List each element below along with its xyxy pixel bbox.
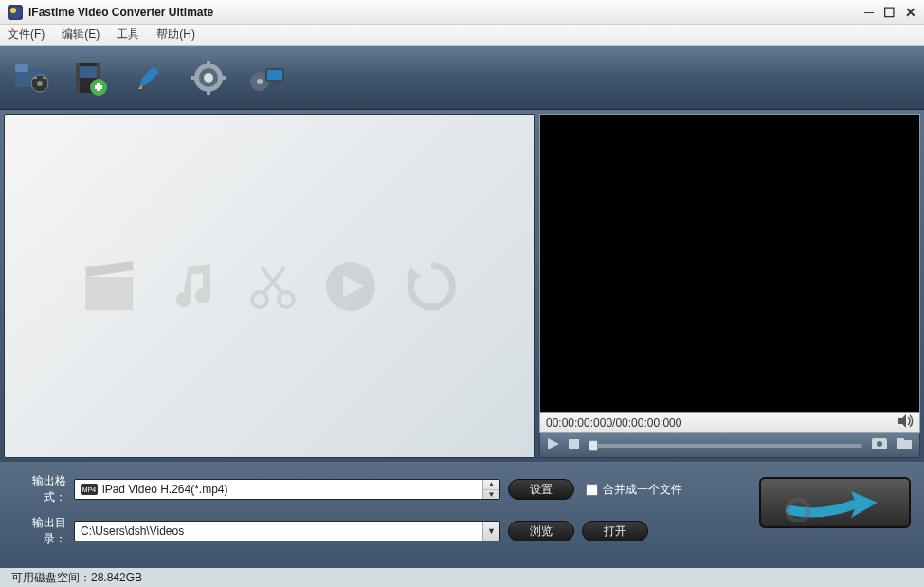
svg-marker-34 bbox=[898, 414, 906, 428]
svg-point-38 bbox=[877, 441, 882, 447]
format-spinner[interactable]: ▲▼ bbox=[482, 480, 499, 499]
svg-rect-36 bbox=[569, 439, 579, 449]
player-controls bbox=[539, 433, 920, 458]
settings-button[interactable] bbox=[188, 57, 229, 99]
menu-file[interactable]: 文件(F) bbox=[8, 27, 45, 43]
menu-tools[interactable]: 工具 bbox=[117, 27, 139, 43]
convert-arrow-icon bbox=[783, 484, 887, 522]
svg-point-17 bbox=[204, 73, 213, 83]
svg-rect-25 bbox=[267, 70, 282, 80]
open-folder-button[interactable] bbox=[897, 438, 912, 452]
convert-button[interactable] bbox=[759, 477, 911, 528]
snapshot-button[interactable] bbox=[872, 438, 887, 452]
dir-value: C:\Users\dsh\Videos bbox=[75, 522, 482, 541]
svg-rect-18 bbox=[207, 61, 210, 66]
format-value: MP4 iPad Video H.264(*.mp4) bbox=[75, 480, 482, 499]
time-display-bar: 00:00:00:000/00:00:00:000 bbox=[539, 413, 920, 433]
dir-label: 输出目录： bbox=[13, 515, 66, 547]
svg-rect-4 bbox=[33, 77, 37, 79]
preview-pane: 00:00:00:000/00:00:00:000 bbox=[539, 114, 920, 458]
svg-marker-33 bbox=[407, 267, 422, 281]
merge-checkbox[interactable]: 合并成一个文件 bbox=[586, 482, 682, 498]
watermark-icons bbox=[81, 253, 460, 320]
window-title: iFastime Video Converter Ultimate bbox=[28, 6, 864, 19]
video-preview[interactable] bbox=[539, 114, 920, 413]
svg-point-3 bbox=[37, 81, 43, 86]
refresh-icon bbox=[403, 258, 460, 315]
svg-marker-35 bbox=[548, 438, 559, 449]
scissors-icon bbox=[246, 260, 299, 312]
toolbar bbox=[0, 46, 924, 110]
svg-marker-13 bbox=[138, 66, 159, 89]
format-label: 输出格式： bbox=[13, 473, 66, 505]
svg-rect-19 bbox=[207, 89, 210, 95]
disc-button[interactable] bbox=[246, 57, 288, 99]
add-folder-button[interactable] bbox=[11, 57, 53, 99]
titlebar: iFastime Video Converter Ultimate ─ ☐ ✕ bbox=[0, 0, 924, 25]
file-list-pane[interactable] bbox=[4, 114, 535, 458]
open-output-button[interactable]: 打开 bbox=[582, 521, 648, 541]
menu-help[interactable]: 帮助(H) bbox=[156, 27, 195, 43]
svg-rect-26 bbox=[272, 82, 278, 85]
svg-rect-27 bbox=[85, 277, 133, 310]
play-circle-icon bbox=[322, 258, 379, 315]
play-button[interactable] bbox=[548, 438, 559, 452]
svg-point-23 bbox=[257, 79, 263, 84]
mp4-icon: MP4 bbox=[81, 484, 98, 495]
svg-rect-20 bbox=[191, 76, 197, 80]
format-combo[interactable]: MP4 iPad Video H.264(*.mp4) ▲▼ bbox=[74, 479, 500, 500]
music-icon bbox=[171, 260, 223, 312]
dir-dropdown[interactable]: ▼ bbox=[482, 522, 499, 541]
disk-label: 可用磁盘空间： bbox=[11, 570, 91, 586]
close-button[interactable]: ✕ bbox=[905, 5, 916, 20]
svg-rect-21 bbox=[220, 76, 226, 80]
svg-rect-1 bbox=[15, 64, 28, 72]
menu-edit[interactable]: 编辑(E) bbox=[62, 27, 100, 43]
edit-button[interactable] bbox=[129, 57, 171, 99]
disk-value: 28.842GB bbox=[91, 571, 142, 584]
clapper-icon bbox=[81, 253, 147, 320]
menubar: 文件(F) 编辑(E) 工具 帮助(H) bbox=[0, 25, 924, 46]
stop-button[interactable] bbox=[569, 439, 579, 452]
content-area: 00:00:00:000/00:00:00:000 bbox=[0, 110, 924, 462]
bottom-panel: 输出格式： MP4 iPad Video H.264(*.mp4) ▲▼ 设置 … bbox=[0, 462, 924, 587]
svg-rect-40 bbox=[897, 438, 904, 442]
add-video-button[interactable] bbox=[70, 57, 112, 99]
settings-output-button[interactable]: 设置 bbox=[508, 479, 574, 500]
time-display: 00:00:00:000/00:00:00:000 bbox=[546, 416, 681, 430]
svg-rect-5 bbox=[43, 77, 46, 79]
status-bar: 可用磁盘空间： 28.842GB bbox=[0, 568, 924, 587]
dir-combo[interactable]: C:\Users\dsh\Videos ▼ bbox=[74, 521, 500, 541]
app-logo-icon bbox=[8, 5, 23, 20]
browse-button[interactable]: 浏览 bbox=[508, 521, 574, 541]
volume-icon[interactable] bbox=[898, 414, 914, 431]
svg-rect-12 bbox=[97, 83, 100, 91]
seek-slider[interactable] bbox=[589, 444, 862, 448]
merge-checkbox-input[interactable] bbox=[586, 484, 598, 496]
maximize-button[interactable]: ☐ bbox=[883, 5, 896, 20]
minimize-button[interactable]: ─ bbox=[864, 5, 874, 20]
svg-rect-28 bbox=[85, 261, 134, 277]
window-controls: ─ ☐ ✕ bbox=[864, 5, 916, 20]
svg-rect-8 bbox=[76, 63, 80, 93]
seek-thumb[interactable] bbox=[589, 440, 598, 451]
svg-rect-7 bbox=[80, 66, 97, 78]
